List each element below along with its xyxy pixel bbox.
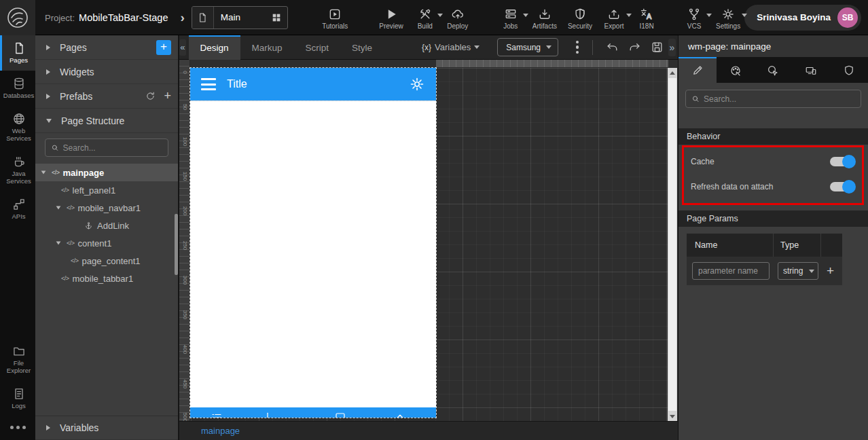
sidebar-item-apis[interactable]: APIs [0, 191, 35, 227]
jobs-dropdown-icon[interactable] [523, 14, 528, 17]
scroll-up-arrow[interactable] [668, 68, 677, 77]
scroll-down-arrow[interactable] [668, 411, 677, 421]
settings-icon [721, 7, 735, 21]
section-widgets[interactable]: Widgets [35, 60, 178, 84]
device-selector[interactable]: Samsung Galaxy Note III [497, 38, 558, 56]
section-pages[interactable]: Pages + [35, 35, 178, 60]
jobs-button[interactable]: Jobs [496, 3, 526, 33]
build-button[interactable]: Build [410, 3, 440, 33]
page-selector[interactable]: Main [192, 6, 288, 29]
param-type-selector[interactable]: string [778, 262, 818, 280]
sidebar-more-button[interactable] [0, 416, 35, 440]
tab-markup[interactable]: Markup [240, 35, 294, 60]
sidebar-item-file-explorer[interactable]: File Explorer [0, 338, 35, 381]
add-page-button[interactable]: + [156, 40, 171, 55]
phone-settings-gear-icon[interactable] [409, 76, 425, 92]
security-button[interactable]: Security [564, 3, 596, 33]
phone-tabbar[interactable] [190, 407, 436, 418]
section-page-structure[interactable]: Page Structure [35, 109, 178, 133]
undo-button[interactable] [601, 39, 623, 56]
tab-design[interactable]: Design [189, 35, 240, 60]
add-param-button[interactable]: + [827, 263, 834, 278]
collapse-inspector-button[interactable]: » [668, 39, 676, 56]
tab-styles[interactable] [717, 57, 755, 83]
deploy-button[interactable]: Deploy [443, 3, 473, 33]
more-options-button[interactable] [572, 38, 583, 57]
user-menu[interactable]: Srinivasa Boyina SB [744, 5, 861, 31]
settings-dropdown-icon[interactable] [742, 14, 747, 17]
refresh-data-toggle[interactable] [830, 182, 855, 191]
open-page-tab-mainpage[interactable]: mainpage [201, 426, 240, 436]
properties-search[interactable] [685, 90, 861, 108]
phone-page-content[interactable] [190, 100, 436, 407]
tabbar-up-icon [394, 411, 406, 418]
tab-properties[interactable] [679, 57, 717, 83]
redo-button[interactable] [623, 39, 646, 56]
sidebar-item-pages[interactable]: Pages [0, 35, 35, 71]
collapsed-caret-icon [46, 69, 50, 75]
horizontal-ruler [436, 60, 668, 68]
export-button[interactable]: Export [599, 3, 629, 33]
tree-item-mobile-tabbar1[interactable]: </> mobile_tabbar1 [35, 270, 178, 287]
param-name-input[interactable] [692, 262, 770, 280]
collapse-explorer-button[interactable]: « [179, 39, 186, 56]
refresh-data-label: Refresh data on attach [691, 182, 830, 191]
top-bar: Project: MobileTabBar-Stage › Main Tutor… [0, 0, 868, 35]
canvas-scrollbar[interactable] [668, 68, 677, 421]
grid-view-icon[interactable] [266, 12, 287, 23]
save-button[interactable] [646, 39, 668, 56]
tree-item-left-panel1[interactable]: </> left_panel1 [35, 181, 178, 199]
build-dropdown-icon[interactable] [437, 14, 443, 17]
i18n-button[interactable]: A I18N [632, 3, 662, 33]
wavemaker-logo[interactable] [0, 0, 35, 35]
tree-item-content1[interactable]: </> content1 [35, 234, 178, 252]
settings-button[interactable]: Settings [712, 3, 744, 33]
save-icon [651, 41, 664, 54]
toolbar-divider [592, 40, 593, 55]
phone-preview[interactable]: Title [190, 68, 436, 418]
tab-script[interactable]: Script [294, 35, 341, 60]
vcs-button[interactable]: VCS [679, 3, 709, 33]
section-prefabs[interactable]: Prefabs + [35, 84, 178, 109]
tree-item-page-content1[interactable]: </> page_content1 [35, 252, 178, 270]
tree-item-addlink[interactable]: AddLink [35, 217, 178, 234]
page-structure-search[interactable] [45, 139, 168, 157]
device-select-input[interactable]: Samsung Galaxy Note III [498, 43, 557, 52]
variables-button[interactable]: {x} Variables [422, 42, 480, 52]
left-sidebar: Pages Databases Web Services Java Servic… [0, 35, 35, 440]
sidebar-item-java-services[interactable]: Java Services [0, 149, 35, 191]
properties-search-input[interactable] [704, 94, 855, 104]
preview-button[interactable]: Preview [375, 3, 408, 33]
code-icon: </> [52, 169, 60, 176]
phone-navbar[interactable]: Title [190, 68, 436, 100]
shield-icon [843, 65, 855, 77]
vcs-dropdown-icon[interactable] [706, 14, 712, 17]
collapsed-caret-icon [46, 425, 50, 430]
explorer-panel: Pages + Widgets Prefabs + Page Structure [35, 35, 178, 440]
tree-item-mobile-navbar1[interactable]: </> mobile_navbar1 [35, 199, 178, 217]
artifacts-button[interactable]: Artifacts [528, 3, 561, 33]
sidebar-item-databases[interactable]: Databases [0, 71, 35, 106]
tree-item-mainpage[interactable]: </> mainpage [35, 164, 178, 181]
scrollbar-thumb[interactable] [668, 78, 676, 411]
user-name: Srinivasa Boyina [757, 12, 831, 22]
cache-toggle[interactable] [830, 157, 855, 166]
refresh-prefabs-icon[interactable] [145, 91, 156, 101]
tab-style[interactable]: Style [340, 35, 384, 60]
canvas-region: « Design Markup Script Style {x} Variabl… [178, 35, 678, 440]
section-variables[interactable]: Variables [35, 416, 178, 440]
sidebar-item-logs[interactable]: Logs [0, 381, 35, 416]
hamburger-menu-icon[interactable] [201, 78, 216, 90]
tab-devices[interactable] [792, 57, 830, 83]
tab-events[interactable] [755, 57, 793, 83]
sidebar-item-web-services[interactable]: Web Services [0, 106, 35, 149]
page-structure-search-input[interactable] [63, 143, 162, 153]
add-prefab-icon[interactable]: + [164, 89, 171, 103]
tab-security[interactable] [830, 57, 868, 83]
export-dropdown-icon[interactable] [626, 14, 632, 17]
explorer-scrollbar[interactable] [175, 214, 178, 275]
tutorials-button[interactable]: Tutorials [318, 3, 352, 33]
param-type-select-input[interactable]: string [778, 266, 818, 276]
design-canvas[interactable]: 0 50 100 150 200 250 300 350 400 450 500… [179, 60, 678, 421]
project-name: MobileTabBar-Stage [79, 12, 168, 23]
